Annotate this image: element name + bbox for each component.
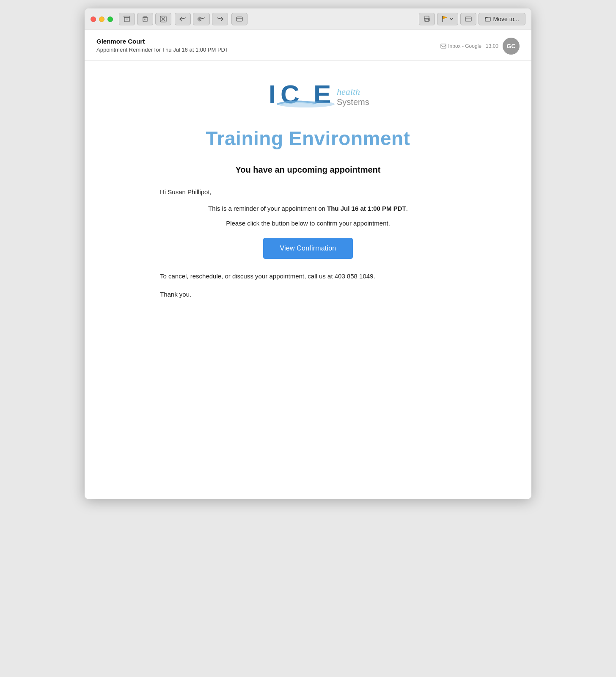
close-button[interactable] <box>91 17 96 22</box>
traffic-lights <box>91 17 113 22</box>
email-meta: Inbox - Google 13:00 GC <box>440 38 520 55</box>
inbox-label: Inbox - Google <box>448 43 481 49</box>
chevron-down-icon <box>449 17 454 21</box>
ice-health-logo: I C E health Systems <box>247 78 369 112</box>
card-icon <box>236 16 243 22</box>
svg-rect-16 <box>465 17 471 21</box>
reply-button[interactable] <box>175 13 191 25</box>
print-button[interactable] <box>419 13 435 25</box>
confirm-instruction: Please click the button below to confirm… <box>160 220 456 227</box>
email-header: Glenmore Court Appointment Reminder for … <box>85 30 531 61</box>
move-to-icon <box>485 16 491 22</box>
cancel-info: To cancel, reschedule, or discuss your a… <box>160 272 456 280</box>
svg-text:Systems: Systems <box>337 97 369 107</box>
email-time: 13:00 <box>486 43 498 49</box>
flag-icon <box>442 16 448 22</box>
toolbar-right-group: Move to... <box>419 13 525 25</box>
reminder-intro: This is a reminder of your appointment o… <box>208 205 327 212</box>
sender-name: Glenmore Court <box>96 38 228 45</box>
toolbar-card-group <box>231 13 248 25</box>
print-icon <box>424 16 430 22</box>
view-confirmation-button[interactable]: View Confirmation <box>263 238 353 259</box>
reminder-text: This is a reminder of your appointment o… <box>160 205 456 212</box>
forward-icon <box>217 16 223 22</box>
email-content: Hi Susan Phillipot, This is a reminder o… <box>160 188 456 298</box>
svg-point-14 <box>428 19 429 20</box>
svg-rect-9 <box>236 17 242 21</box>
delete-button[interactable] <box>137 13 153 25</box>
toolbar-actions <box>119 13 171 25</box>
email-body: I C E health Systems Training Environmen… <box>85 61 531 323</box>
svg-rect-1 <box>124 17 129 22</box>
thank-you: Thank you. <box>160 291 456 298</box>
trash-icon <box>142 16 148 22</box>
move-to-button[interactable]: Move to... <box>478 13 525 25</box>
avatar: GC <box>503 38 520 55</box>
junk-icon <box>160 16 167 22</box>
toolbar: Move to... <box>85 8 531 30</box>
flag-button[interactable] <box>437 13 458 25</box>
forward-button[interactable] <box>212 13 228 25</box>
confirmation-btn-container: View Confirmation <box>160 238 456 259</box>
appointment-datetime: Thu Jul 16 at 1:00 PM PDT <box>327 205 406 212</box>
maximize-button[interactable] <box>107 17 113 22</box>
minimize-button[interactable] <box>99 17 104 22</box>
reply-all-button[interactable] <box>193 13 210 25</box>
email-window: Move to... Glenmore Court Appointment Re… <box>85 8 531 499</box>
email-subject: Appointment Reminder for Thu Jul 16 at 1… <box>96 47 228 53</box>
svg-rect-3 <box>143 17 147 22</box>
move-to-label: Move to... <box>493 16 519 22</box>
toolbar-reply-group <box>175 13 228 25</box>
archive-icon <box>124 16 130 22</box>
logo-container: I C E health Systems <box>247 78 369 113</box>
sender-info: Glenmore Court Appointment Reminder for … <box>96 38 228 53</box>
inbox-icon <box>440 44 446 49</box>
reply-icon <box>179 16 186 22</box>
svg-text:I: I <box>269 80 276 109</box>
svg-text:health: health <box>337 86 360 97</box>
training-env-title: Training Environment <box>206 127 410 150</box>
appointment-heading: You have an upcoming appointment <box>236 165 381 175</box>
reminder-suffix: . <box>406 205 408 212</box>
reply-all-icon <box>198 16 205 22</box>
archive-button[interactable] <box>119 13 135 25</box>
svg-rect-19 <box>441 44 446 48</box>
greeting: Hi Susan Phillipot, <box>160 188 456 195</box>
junk-button[interactable] <box>155 13 171 25</box>
inbox-tag: Inbox - Google <box>440 43 481 49</box>
card-button[interactable] <box>231 13 248 25</box>
label-icon <box>465 16 472 22</box>
label-button[interactable] <box>460 13 476 25</box>
